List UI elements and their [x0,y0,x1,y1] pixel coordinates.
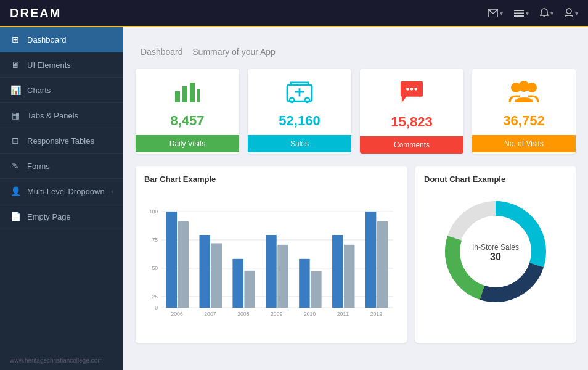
svg-point-20 [518,81,529,92]
svg-rect-39 [299,259,309,308]
svg-rect-43 [365,212,376,308]
svg-rect-36 [244,271,255,308]
dashboard-icon: ⊞ [10,35,21,44]
donut-chart-card: Donut Chart Example [415,166,576,343]
tabs-icon: ▦ [10,110,21,120]
svg-point-15 [406,88,409,91]
svg-rect-33 [200,235,210,308]
svg-point-5 [566,9,571,14]
sidebar: ⊞ Dashboard 🖥 UI Elements 📊 Charts ▦ Tab… [0,27,123,370]
svg-text:75: 75 [152,237,158,243]
svg-text:2012: 2012 [370,311,383,317]
sidebar-footer: www.heritagechristiancollege.com [0,351,123,370]
svg-point-14 [305,98,310,103]
svg-rect-41 [332,235,343,308]
donut-chart-wrap: In-Store Sales 30 [424,190,567,313]
sidebar-item-forms[interactable]: ✎ Forms [0,154,123,179]
svg-text:2009: 2009 [271,311,283,317]
svg-text:25: 25 [152,294,158,300]
svg-text:2006: 2006 [171,311,183,317]
bell-icon-btn[interactable]: ▾ [540,8,553,18]
charts-row: Bar Chart Example 100 75 50 25 0 [136,166,576,343]
page-subtitle: Summary of your App [192,47,276,57]
svg-rect-38 [277,245,288,308]
svg-rect-31 [166,212,177,308]
stat-cards-container: 8,457 Daily Visits 52,160 Sales [136,69,576,154]
svg-rect-35 [232,259,243,308]
sidebar-label-ui: UI Elements [27,60,113,70]
sidebar-label-tabs: Tabs & Panels [27,111,113,120]
svg-text:2008: 2008 [237,311,250,317]
ui-elements-icon: 🖥 [10,60,21,70]
stat-card-daily-visits: 8,457 Daily Visits [136,69,239,154]
sidebar-item-empty[interactable]: 📄 Empty Page [0,204,123,229]
svg-rect-37 [266,235,276,308]
list-icon-btn[interactable]: ▾ [514,9,529,17]
svg-point-16 [410,88,414,91]
svg-rect-44 [377,221,388,308]
stat-card-visits: 36,752 No. of Visits [472,69,576,154]
donut-chart-title: Donut Chart Example [424,175,567,184]
bar-chart-wrap: 100 75 50 25 0 [144,190,398,334]
tables-icon: ⊟ [10,136,21,146]
mail-icon-btn[interactable]: ▾ [488,9,503,17]
sidebar-label-dashboard: Dashboard [27,35,113,44]
comments-label: Comments [360,136,463,154]
sales-value: 52,160 [254,113,345,129]
page-title-main: Dashboard [141,47,183,57]
sidebar-item-tabs[interactable]: ▦ Tabs & Panels [0,103,123,128]
user-icon-btn[interactable]: ▾ [565,8,578,18]
sidebar-label-dropdown: Multi-Level Dropdown [27,187,105,196]
svg-rect-40 [311,271,321,308]
forms-icon: ✎ [10,161,21,171]
main-content: Dashboard Summary of your App 8,457 Dail… [123,27,588,370]
bar-chart-svg: 100 75 50 25 0 [144,190,398,332]
daily-visits-value: 8,457 [142,113,233,129]
navbar: DREAM ▾ ▾ ▾ ▾ [0,0,588,27]
daily-visits-label: Daily Visits [136,135,239,152]
visits-label: No. of Visits [472,135,576,152]
daily-visits-icon [142,80,233,109]
page-title: Dashboard Summary of your App [136,39,576,59]
svg-rect-8 [190,83,195,102]
donut-chart-svg: In-Store Sales 30 [440,196,551,307]
chevron-left-icon: ‹ [111,187,113,195]
main-layout: ⊞ Dashboard 🖥 UI Elements 📊 Charts ▦ Tab… [0,27,588,370]
empty-page-icon: 📄 [10,212,21,221]
svg-rect-32 [178,221,189,308]
comments-value: 15,823 [366,114,457,130]
visits-value: 36,752 [478,113,570,129]
svg-rect-34 [211,243,222,308]
sidebar-label-empty: Empty Page [27,212,113,221]
sidebar-item-dropdown[interactable]: 👤 Multi-Level Dropdown ‹ [0,179,123,204]
bar-chart-card: Bar Chart Example 100 75 50 25 0 [136,166,407,343]
svg-rect-6 [175,91,180,102]
navbar-actions: ▾ ▾ ▾ ▾ [488,8,578,18]
visits-icon [478,80,570,109]
svg-text:2010: 2010 [304,311,316,317]
svg-text:0: 0 [155,305,158,311]
sidebar-item-tables[interactable]: ⊟ Responsive Tables [0,128,123,154]
svg-text:2011: 2011 [337,311,349,317]
stat-card-sales: 52,160 Sales [248,69,351,154]
svg-point-13 [290,98,295,103]
svg-point-17 [414,88,417,91]
sidebar-item-ui-elements[interactable]: 🖥 UI Elements [0,52,123,78]
sidebar-item-charts[interactable]: 📊 Charts [0,78,123,103]
sales-label: Sales [248,135,351,152]
svg-rect-9 [197,89,200,102]
svg-text:50: 50 [152,265,158,271]
svg-text:30: 30 [490,252,501,262]
svg-rect-7 [182,86,187,102]
charts-icon: 📊 [10,85,21,95]
svg-text:100: 100 [149,208,158,215]
sidebar-item-dashboard[interactable]: ⊞ Dashboard [0,27,123,52]
svg-text:2007: 2007 [204,311,216,317]
sales-icon [254,80,345,109]
sidebar-label-tables: Responsive Tables [27,136,113,146]
sidebar-label-forms: Forms [27,162,113,171]
dropdown-icon: 👤 [10,186,21,196]
stat-card-comments: 15,823 Comments [360,69,463,154]
bar-chart-title: Bar Chart Example [144,175,398,184]
svg-rect-42 [344,245,354,308]
